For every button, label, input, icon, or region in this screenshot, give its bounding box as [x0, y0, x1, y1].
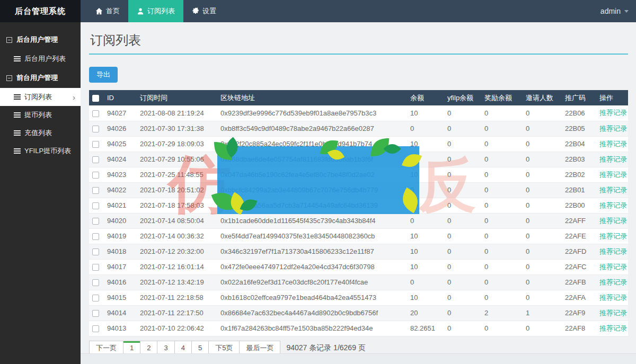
cell-time: 2021-08-08 21:19:24 [137, 105, 217, 121]
table-row: 940172021-07-12 16:01:140x472fe0eee47497… [89, 259, 628, 274]
cell-reward-balance: 0 [481, 274, 523, 290]
referral-record-link[interactable]: 推荐记录 [599, 186, 627, 194]
cell-action: 推荐记录 [596, 136, 628, 152]
cell-reward-balance: 0 [481, 259, 523, 274]
cell-yfilp-balance: 0 [444, 244, 481, 259]
cell-reward-balance: 0 [481, 213, 523, 228]
row-checkbox[interactable] [92, 325, 99, 332]
cell-balance: 10 [407, 244, 444, 259]
cell-yfilp-balance: 0 [444, 182, 481, 198]
row-checkbox[interactable] [92, 279, 99, 286]
referral-record-link[interactable]: 推荐记录 [599, 155, 627, 163]
cell-action: 推荐记录 [596, 198, 628, 213]
row-checkbox[interactable] [92, 126, 99, 132]
row-checkbox[interactable] [92, 172, 99, 179]
row-checkbox[interactable] [92, 310, 99, 317]
list-icon [14, 130, 21, 136]
cell-checkbox [89, 152, 104, 167]
referral-record-link[interactable]: 推荐记录 [599, 263, 627, 271]
sidebar-item-label: 前台用户管理 [16, 73, 58, 83]
nav-item-1[interactable]: 订阅列表 [128, 0, 183, 22]
cell-balance: 10 [407, 228, 444, 244]
table-row: 940192021-07-14 00:36:320xe5f4dd7eaf1499… [89, 228, 628, 244]
row-checkbox[interactable] [92, 233, 99, 240]
row-checkbox[interactable] [92, 202, 99, 209]
row-checkbox[interactable] [92, 110, 99, 117]
referral-record-link[interactable]: 推荐记录 [599, 140, 627, 148]
col-header-action: 操作 [596, 90, 628, 105]
referral-record-link[interactable]: 推荐记录 [599, 309, 627, 317]
cell-address: 0x1f67a284263bc84ff57e1503ba85b222f94ed3… [217, 321, 407, 336]
list-icon [14, 148, 21, 154]
row-checkbox[interactable] [92, 187, 99, 194]
col-header-balance: 余额 [407, 90, 444, 105]
cell-checkbox [89, 274, 104, 290]
row-checkbox[interactable] [92, 295, 99, 301]
title-divider [89, 54, 628, 55]
user-name: admin [600, 7, 621, 15]
user-menu[interactable]: admin [600, 0, 629, 22]
cell-reward-balance: 0 [481, 121, 523, 136]
referral-record-link[interactable]: 推荐记录 [599, 125, 627, 132]
cell-invites: 0 [523, 321, 562, 336]
cell-time: 2021-07-30 17:31:38 [137, 121, 217, 136]
cell-id: 94027 [104, 105, 137, 121]
sidebar-item-4[interactable]: 提币列表 [0, 106, 81, 124]
row-checkbox[interactable] [92, 248, 99, 255]
referral-record-link[interactable]: 推荐记录 [599, 171, 627, 179]
cell-action: 推荐记录 [596, 152, 628, 167]
cell-checkbox [89, 259, 104, 274]
row-checkbox[interactable] [92, 141, 99, 148]
page-title: 订阅列表 [90, 32, 628, 49]
cell-invites: 1 [523, 305, 562, 321]
cell-code: 22B03 [562, 152, 596, 167]
cell-address: 0xe5f4dd7eaf149940375fe31e83450448082360… [217, 228, 407, 244]
sidebar-item-2[interactable]: 前台用户管理 [0, 68, 81, 88]
sidebar-item-6[interactable]: YFILP提币列表 [0, 142, 81, 160]
sidebar-item-1[interactable]: 后台用户列表 [0, 50, 81, 68]
sidebar-item-0[interactable]: 后台用户管理 [0, 30, 81, 50]
row-checkbox[interactable] [92, 264, 99, 271]
export-button[interactable]: 导出 [89, 67, 118, 83]
referral-record-link[interactable]: 推荐记录 [599, 247, 627, 255]
col-header-address: 区块链地址 [217, 90, 407, 105]
cell-code: 22AFD [562, 244, 596, 259]
sidebar-item-label: 后台用户列表 [24, 54, 66, 64]
cell-id: 94017 [104, 259, 137, 274]
referral-record-link[interactable]: 推荐记录 [599, 278, 627, 286]
cell-action: 推荐记录 [596, 121, 628, 136]
cell-invites: 0 [523, 167, 562, 182]
cell-invites: 0 [523, 213, 562, 228]
nav-item-2[interactable]: 设置 [183, 0, 225, 22]
referral-record-link[interactable]: 推荐记录 [599, 217, 627, 225]
row-checkbox[interactable] [92, 218, 99, 225]
referral-record-link[interactable]: 推荐记录 [599, 109, 627, 117]
referral-record-link[interactable]: 推荐记录 [599, 201, 627, 209]
referral-record-link[interactable]: 推荐记录 [599, 232, 627, 240]
promo-overlay-image [217, 146, 419, 214]
cell-address: 0x472fe0eee4749712df2e4a20e4cd347dc6f307… [217, 259, 407, 274]
sidebar-item-label: 订阅列表 [24, 92, 52, 102]
cell-balance: 10 [407, 105, 444, 121]
cell-reward-balance: 0 [481, 290, 523, 305]
referral-record-link[interactable]: 推荐记录 [599, 324, 627, 332]
cell-code: 22AFA [562, 290, 596, 305]
cell-code: 22AFC [562, 259, 596, 274]
cell-checkbox [89, 290, 104, 305]
cell-yfilp-balance: 0 [444, 105, 481, 121]
sidebar-item-5[interactable]: 充值列表 [0, 124, 81, 142]
select-all-checkbox[interactable] [92, 95, 99, 102]
table-row: 940152021-07-11 22:18:580xb1618c02effcea… [89, 290, 628, 305]
table-header-row: ID 订阅时间 区块链地址 余额 yfilp余额 奖励余额 邀请人数 推广码 操… [89, 90, 628, 105]
referral-record-link[interactable]: 推荐记录 [599, 294, 627, 301]
collapse-icon [6, 75, 12, 81]
nav-item-label: 首页 [106, 6, 120, 16]
cell-id: 94024 [104, 152, 137, 167]
cell-action: 推荐记录 [596, 244, 628, 259]
nav-item-0[interactable]: 首页 [87, 0, 128, 22]
cell-id: 94016 [104, 274, 137, 290]
sidebar-item-3[interactable]: 订阅列表› [0, 88, 81, 106]
row-checkbox[interactable] [92, 156, 99, 163]
cell-checkbox [89, 105, 104, 121]
cell-action: 推荐记录 [596, 321, 628, 336]
